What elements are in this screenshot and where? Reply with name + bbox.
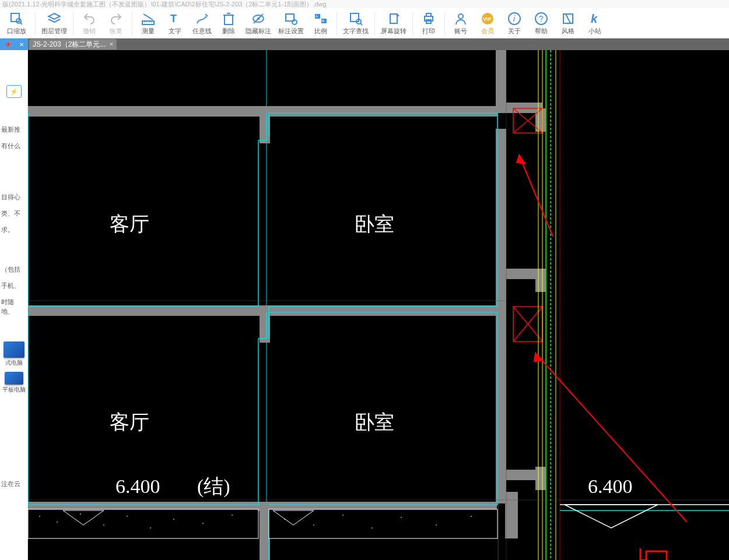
side-tab-pin[interactable]: 📌 ✕ (0, 38, 28, 50)
divider (444, 12, 445, 36)
divider (132, 12, 132, 36)
svg-point-74 (127, 516, 128, 517)
svg-rect-22 (426, 13, 431, 16)
dim-note: (结) (197, 476, 230, 498)
redo-button[interactable]: 恢复 (103, 12, 129, 36)
dim-value: 6.400 (115, 476, 160, 497)
eye-off-icon (251, 12, 265, 26)
cad-canvas[interactable]: 客厅 卧室 客厅 卧室 6.400 (结) 6.400 (28, 50, 729, 560)
svg-rect-19 (390, 14, 397, 23)
zoom-icon (9, 12, 23, 26)
side-text: 有什么 (0, 138, 27, 154)
side-text: 手机、 (0, 277, 27, 294)
divider (412, 12, 413, 36)
help-icon: ? (534, 12, 548, 26)
dim-value: 6.400 (588, 476, 633, 497)
scale-button[interactable]: AB 比例 (307, 12, 334, 36)
svg-rect-68 (28, 509, 258, 538)
text-button[interactable]: T 文字 (162, 12, 188, 36)
delete-button[interactable]: 删除 (215, 12, 242, 36)
side-text: （包括 (0, 261, 27, 277)
svg-rect-16 (351, 13, 359, 22)
room-label-bed: 卧室 (355, 411, 394, 433)
svg-point-83 (401, 517, 402, 518)
close-tab-icon[interactable]: × (109, 40, 113, 48)
rotate-screen-button[interactable]: 屏幕旋转 (377, 12, 410, 36)
svg-text:VIP: VIP (483, 16, 492, 22)
svg-point-78 (232, 515, 233, 516)
delete-icon (222, 12, 236, 26)
main-toolbar: 口缩放 图层管理 撤销 恢复 测量 T 文字 任意线 (0, 8, 729, 38)
style-button[interactable]: 风格 (555, 12, 581, 36)
divider (35, 12, 36, 36)
account-button[interactable]: 账号 (447, 12, 474, 36)
note-settings-button[interactable]: 标注设置 (275, 12, 307, 36)
divider (337, 12, 337, 36)
vip-icon: VIP (481, 12, 495, 26)
drawing-svg: 客厅 卧室 客厅 卧室 6.400 (结) 6.400 (28, 50, 729, 560)
user-icon (454, 12, 468, 26)
svg-point-82 (371, 527, 373, 529)
help-button[interactable]: ? 帮助 (528, 12, 555, 36)
device-label: 式电脑 (0, 359, 27, 367)
svg-point-75 (150, 527, 151, 529)
device-desktop-icon[interactable] (3, 341, 24, 358)
svg-text:k: k (591, 12, 598, 25)
print-button[interactable]: 打印 (415, 12, 442, 36)
text-find-button[interactable]: 文字查找 (339, 12, 372, 36)
pin-icon: 📌 (4, 41, 11, 48)
device-label: 平板电脑 (0, 386, 27, 394)
svg-point-85 (471, 516, 472, 517)
room-label-living: 客厅 (110, 213, 149, 235)
palette-icon (561, 12, 575, 26)
svg-rect-69 (269, 509, 497, 538)
refresh-button[interactable]: ⚡ (6, 85, 22, 98)
rotate-icon (387, 12, 401, 26)
svg-rect-0 (11, 13, 19, 22)
search-text-icon (349, 12, 363, 26)
vip-button[interactable]: VIP 会员 (474, 12, 501, 36)
note-gear-icon (284, 12, 298, 26)
room-label-living: 客厅 (110, 411, 149, 433)
svg-point-77 (202, 523, 204, 524)
svg-point-70 (39, 516, 40, 517)
pencil-icon (195, 12, 209, 26)
svg-rect-36 (496, 50, 506, 108)
hide-note-button[interactable]: 隐藏标注 (242, 12, 275, 36)
ruler-icon (141, 12, 155, 26)
refresh-icon: ⚡ (10, 88, 18, 96)
svg-marker-3 (48, 13, 60, 19)
svg-point-71 (57, 522, 58, 523)
left-sidebar: ⚡ 最新推 有什么 目得心 类、不 求。 （包括 手机、 时随地、 式电脑 平板… (0, 50, 28, 560)
about-button[interactable]: i 关于 (501, 12, 528, 36)
print-icon (422, 12, 436, 26)
svg-point-81 (342, 515, 344, 516)
side-text: 时随地、 (0, 294, 27, 319)
svg-point-84 (436, 524, 437, 526)
undo-icon (82, 12, 96, 26)
side-text: 目得心 (0, 189, 27, 205)
svg-line-2 (20, 23, 22, 24)
measure-button[interactable]: 测量 (135, 12, 162, 36)
svg-line-18 (360, 23, 362, 25)
window-title: 版(2021.1.12-光明科学城全套施工图（不发蓝图版）\01-建筑\CAD\… (0, 0, 729, 8)
side-text: 注在云 (0, 476, 27, 492)
undo-button[interactable]: 撤销 (76, 12, 103, 36)
svg-point-73 (103, 524, 104, 526)
room-label-bed: 卧室 (355, 213, 394, 235)
freeline-button[interactable]: 任意线 (188, 12, 215, 36)
redo-icon (109, 12, 123, 26)
svg-text:B: B (322, 19, 324, 23)
svg-text:A: A (316, 15, 318, 18)
divider (73, 12, 73, 36)
side-text: 最新推 (0, 121, 27, 138)
close-icon[interactable]: ✕ (19, 41, 24, 48)
layers-icon (47, 12, 61, 26)
file-tab[interactable]: JS-2-203（2栋二单元... × (29, 39, 117, 50)
k-icon: k (588, 12, 602, 26)
zoom-window-button[interactable]: 口缩放 (0, 12, 33, 36)
device-tablet-icon[interactable] (5, 372, 23, 385)
layer-manage-button[interactable]: 图层管理 (38, 12, 71, 36)
site-button[interactable]: k 小站 (581, 12, 608, 36)
svg-rect-46 (505, 492, 518, 538)
